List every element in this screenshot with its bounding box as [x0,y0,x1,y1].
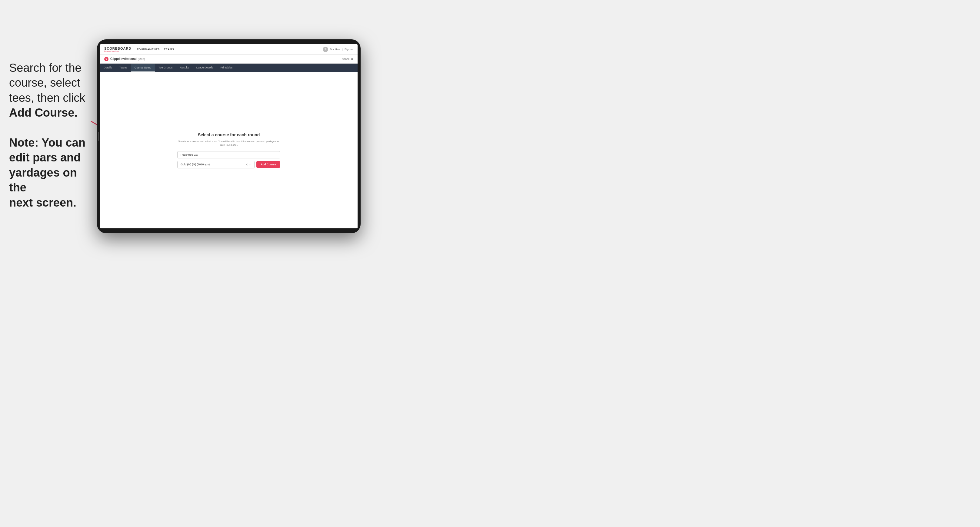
annotation-text: Search for the course, select tees, then… [9,60,94,210]
nav-separator: | [342,48,343,51]
nav-teams[interactable]: TEAMS [164,48,174,51]
tab-leaderboards[interactable]: Leaderboards [193,63,217,72]
nav-user: T Test User | Sign out [323,47,353,52]
user-avatar: T [323,47,328,52]
cancel-button[interactable]: Cancel ✕ [342,57,353,60]
tab-details[interactable]: Details [100,63,116,72]
nav-tournaments[interactable]: TOURNAMENTS [137,48,159,51]
tee-select-row: Gold (M) (M) (7010 yds) ✕ ⌄ Add Course [177,161,280,168]
logo-text: SCOREBOARD [104,47,131,50]
user-label: Test User [330,48,340,51]
tablet-screen: SCOREBOARD Powered by clippd TOURNAMENTS… [100,44,358,229]
tee-select-value: Gold (M) (M) (7010 yds) [181,163,210,166]
course-card-title: Select a course for each round [177,132,280,137]
tee-dropdown[interactable]: Gold (M) (M) (7010 yds) ✕ ⌄ [177,161,255,168]
logo-sub: Powered by clippd [104,50,131,52]
tab-printables[interactable]: Printables [217,63,236,72]
tab-teams[interactable]: Teams [116,63,131,72]
tournament-header: C Clippd Invitational (Men) Cancel ✕ [100,54,358,63]
tee-clear-button[interactable]: ✕ [245,163,248,166]
top-nav: SCOREBOARD Powered by clippd TOURNAMENTS… [100,44,358,54]
course-search-input[interactable] [177,151,280,159]
sign-out-link[interactable]: Sign out [345,48,353,51]
course-card-subtitle: Search for a course and select a tee. Yo… [177,140,280,147]
tee-select-controls: ✕ ⌄ [245,163,251,166]
nav-links: TOURNAMENTS TEAMS [137,48,323,51]
tab-bar: Details Teams Course Setup Tee Groups Re… [100,63,358,72]
tournament-name: Clippd Invitational [110,57,137,60]
tab-results[interactable]: Results [177,63,193,72]
tab-course-setup[interactable]: Course Setup [131,63,155,72]
tournament-icon: C [104,57,108,61]
tablet-side-button [98,132,99,141]
tee-chevron-icon[interactable]: ⌄ [249,163,251,166]
course-card: Select a course for each round Search fo… [177,132,280,168]
logo: SCOREBOARD Powered by clippd [104,47,131,52]
add-course-button[interactable]: Add Course [256,161,280,168]
tab-tee-groups[interactable]: Tee Groups [155,63,177,72]
tablet-frame: SCOREBOARD Powered by clippd TOURNAMENTS… [97,40,361,233]
content-area: Select a course for each round Search fo… [100,72,358,229]
tournament-gender: (Men) [138,57,145,60]
